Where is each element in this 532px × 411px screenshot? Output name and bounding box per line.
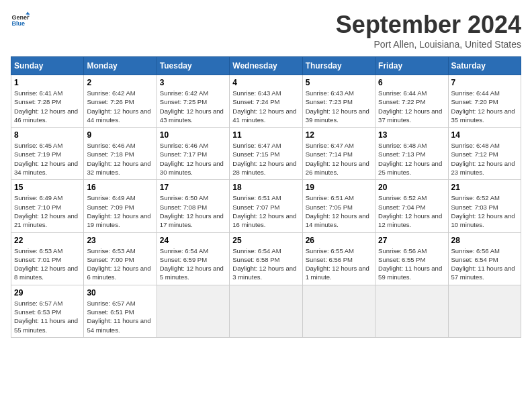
- day-number: 8: [14, 130, 81, 140]
- day-number: 13: [378, 130, 445, 140]
- calendar-week-row: 1Sunrise: 6:41 AMSunset: 7:28 PMDaylight…: [11, 75, 521, 128]
- calendar-day-cell: [230, 285, 302, 337]
- day-number: 30: [87, 288, 153, 298]
- day-detail: Sunrise: 6:48 AMSunset: 7:12 PMDaylight:…: [451, 141, 518, 177]
- day-detail: Sunrise: 6:41 AMSunset: 7:28 PMDaylight:…: [14, 89, 81, 124]
- location-title: Port Allen, Louisiana, United States: [336, 39, 521, 50]
- day-number: 28: [451, 236, 518, 245]
- column-header-wednesday: Wednesday: [230, 57, 302, 75]
- calendar-day-cell: 23Sunrise: 6:53 AMSunset: 7:00 PMDayligh…: [84, 232, 157, 285]
- day-number: 19: [306, 183, 372, 192]
- calendar-day-cell: 28Sunrise: 6:56 AMSunset: 6:54 PMDayligh…: [448, 232, 521, 285]
- day-detail: Sunrise: 6:44 AMSunset: 7:20 PMDaylight:…: [451, 89, 518, 124]
- day-detail: Sunrise: 6:53 AMSunset: 7:00 PMDaylight:…: [87, 246, 153, 282]
- day-detail: Sunrise: 6:57 AMSunset: 6:51 PMDaylight:…: [87, 299, 153, 334]
- calendar-table: SundayMondayTuesdayWednesdayThursdayFrid…: [11, 56, 521, 338]
- calendar-day-cell: 13Sunrise: 6:48 AMSunset: 7:13 PMDayligh…: [375, 128, 448, 180]
- column-header-thursday: Thursday: [302, 57, 375, 75]
- calendar-day-cell: 5Sunrise: 6:43 AMSunset: 7:23 PMDaylight…: [302, 75, 375, 128]
- day-detail: Sunrise: 6:47 AMSunset: 7:15 PMDaylight:…: [232, 141, 299, 177]
- page-header: General Blue September 2024 Port Allen, …: [11, 11, 521, 50]
- day-detail: Sunrise: 6:57 AMSunset: 6:53 PMDaylight:…: [14, 299, 81, 334]
- day-detail: Sunrise: 6:50 AMSunset: 7:08 PMDaylight:…: [160, 193, 226, 229]
- day-number: 7: [451, 78, 518, 87]
- calendar-day-cell: 16Sunrise: 6:49 AMSunset: 7:09 PMDayligh…: [84, 180, 157, 232]
- day-detail: Sunrise: 6:48 AMSunset: 7:13 PMDaylight:…: [378, 141, 445, 177]
- day-detail: Sunrise: 6:56 AMSunset: 6:54 PMDaylight:…: [451, 246, 518, 282]
- calendar-day-cell: 11Sunrise: 6:47 AMSunset: 7:15 PMDayligh…: [230, 128, 302, 180]
- calendar-day-cell: 7Sunrise: 6:44 AMSunset: 7:20 PMDaylight…: [448, 75, 521, 128]
- day-detail: Sunrise: 6:46 AMSunset: 7:18 PMDaylight:…: [87, 141, 153, 177]
- calendar-day-cell: 21Sunrise: 6:52 AMSunset: 7:03 PMDayligh…: [448, 180, 521, 232]
- calendar-day-cell: [157, 285, 229, 337]
- day-number: 17: [160, 183, 226, 192]
- day-number: 1: [14, 78, 81, 87]
- month-title: September 2024: [336, 11, 521, 39]
- day-detail: Sunrise: 6:42 AMSunset: 7:25 PMDaylight:…: [160, 89, 226, 124]
- calendar-day-cell: 27Sunrise: 6:56 AMSunset: 6:55 PMDayligh…: [375, 232, 448, 285]
- day-number: 20: [378, 183, 445, 192]
- day-number: 12: [306, 130, 372, 140]
- calendar-day-cell: [448, 285, 521, 337]
- day-number: 14: [451, 130, 518, 140]
- calendar-day-cell: 12Sunrise: 6:47 AMSunset: 7:14 PMDayligh…: [302, 128, 375, 180]
- day-detail: Sunrise: 6:52 AMSunset: 7:03 PMDaylight:…: [451, 193, 518, 229]
- calendar-day-cell: 22Sunrise: 6:53 AMSunset: 7:01 PMDayligh…: [11, 232, 84, 285]
- day-number: 25: [232, 236, 299, 245]
- day-number: 4: [232, 78, 299, 87]
- day-detail: Sunrise: 6:44 AMSunset: 7:22 PMDaylight:…: [378, 89, 445, 124]
- day-number: 18: [232, 183, 299, 192]
- day-number: 5: [306, 78, 372, 87]
- column-header-tuesday: Tuesday: [157, 57, 229, 75]
- calendar-week-row: 22Sunrise: 6:53 AMSunset: 7:01 PMDayligh…: [11, 232, 521, 285]
- calendar-day-cell: 10Sunrise: 6:46 AMSunset: 7:17 PMDayligh…: [157, 128, 229, 180]
- calendar-day-cell: 14Sunrise: 6:48 AMSunset: 7:12 PMDayligh…: [448, 128, 521, 180]
- calendar-day-cell: 19Sunrise: 6:51 AMSunset: 7:05 PMDayligh…: [302, 180, 375, 232]
- day-number: 2: [87, 78, 153, 87]
- day-detail: Sunrise: 6:43 AMSunset: 7:24 PMDaylight:…: [232, 89, 299, 124]
- calendar-header-row: SundayMondayTuesdayWednesdayThursdayFrid…: [11, 57, 521, 75]
- calendar-day-cell: 1Sunrise: 6:41 AMSunset: 7:28 PMDaylight…: [11, 75, 84, 128]
- calendar-day-cell: 25Sunrise: 6:54 AMSunset: 6:58 PMDayligh…: [230, 232, 302, 285]
- day-detail: Sunrise: 6:54 AMSunset: 6:58 PMDaylight:…: [232, 246, 299, 282]
- day-number: 11: [232, 130, 299, 140]
- calendar-day-cell: 20Sunrise: 6:52 AMSunset: 7:04 PMDayligh…: [375, 180, 448, 232]
- day-number: 23: [87, 236, 153, 245]
- day-detail: Sunrise: 6:53 AMSunset: 7:01 PMDaylight:…: [14, 246, 81, 282]
- day-detail: Sunrise: 6:56 AMSunset: 6:55 PMDaylight:…: [378, 246, 445, 282]
- day-detail: Sunrise: 6:43 AMSunset: 7:23 PMDaylight:…: [306, 89, 372, 124]
- day-number: 16: [87, 183, 153, 192]
- day-number: 26: [306, 236, 372, 245]
- calendar-day-cell: 26Sunrise: 6:55 AMSunset: 6:56 PMDayligh…: [302, 232, 375, 285]
- calendar-day-cell: 3Sunrise: 6:42 AMSunset: 7:25 PMDaylight…: [157, 75, 229, 128]
- day-number: 15: [14, 183, 81, 192]
- calendar-day-cell: 9Sunrise: 6:46 AMSunset: 7:18 PMDaylight…: [84, 128, 157, 180]
- day-number: 21: [451, 183, 518, 192]
- calendar-day-cell: [375, 285, 448, 337]
- calendar-day-cell: [302, 285, 375, 337]
- calendar-week-row: 8Sunrise: 6:45 AMSunset: 7:19 PMDaylight…: [11, 128, 521, 180]
- calendar-day-cell: 17Sunrise: 6:50 AMSunset: 7:08 PMDayligh…: [157, 180, 229, 232]
- calendar-day-cell: 18Sunrise: 6:51 AMSunset: 7:07 PMDayligh…: [230, 180, 302, 232]
- day-detail: Sunrise: 6:47 AMSunset: 7:14 PMDaylight:…: [306, 141, 372, 177]
- day-number: 24: [160, 236, 226, 245]
- calendar-day-cell: 6Sunrise: 6:44 AMSunset: 7:22 PMDaylight…: [375, 75, 448, 128]
- column-header-sunday: Sunday: [11, 57, 84, 75]
- svg-text:Blue: Blue: [11, 20, 25, 27]
- day-detail: Sunrise: 6:51 AMSunset: 7:07 PMDaylight:…: [232, 193, 299, 229]
- day-number: 6: [378, 78, 445, 87]
- day-detail: Sunrise: 6:52 AMSunset: 7:04 PMDaylight:…: [378, 193, 445, 229]
- column-header-monday: Monday: [84, 57, 157, 75]
- calendar-day-cell: 29Sunrise: 6:57 AMSunset: 6:53 PMDayligh…: [11, 285, 84, 337]
- day-number: 3: [160, 78, 226, 87]
- day-detail: Sunrise: 6:45 AMSunset: 7:19 PMDaylight:…: [14, 141, 81, 177]
- calendar-day-cell: 2Sunrise: 6:42 AMSunset: 7:26 PMDaylight…: [84, 75, 157, 128]
- calendar-day-cell: 8Sunrise: 6:45 AMSunset: 7:19 PMDaylight…: [11, 128, 84, 180]
- day-detail: Sunrise: 6:51 AMSunset: 7:05 PMDaylight:…: [306, 193, 372, 229]
- day-detail: Sunrise: 6:55 AMSunset: 6:56 PMDaylight:…: [306, 246, 372, 282]
- calendar-week-row: 29Sunrise: 6:57 AMSunset: 6:53 PMDayligh…: [11, 285, 521, 337]
- day-detail: Sunrise: 6:49 AMSunset: 7:10 PMDaylight:…: [14, 193, 81, 229]
- column-header-friday: Friday: [375, 57, 448, 75]
- day-detail: Sunrise: 6:42 AMSunset: 7:26 PMDaylight:…: [87, 89, 153, 124]
- calendar-week-row: 15Sunrise: 6:49 AMSunset: 7:10 PMDayligh…: [11, 180, 521, 232]
